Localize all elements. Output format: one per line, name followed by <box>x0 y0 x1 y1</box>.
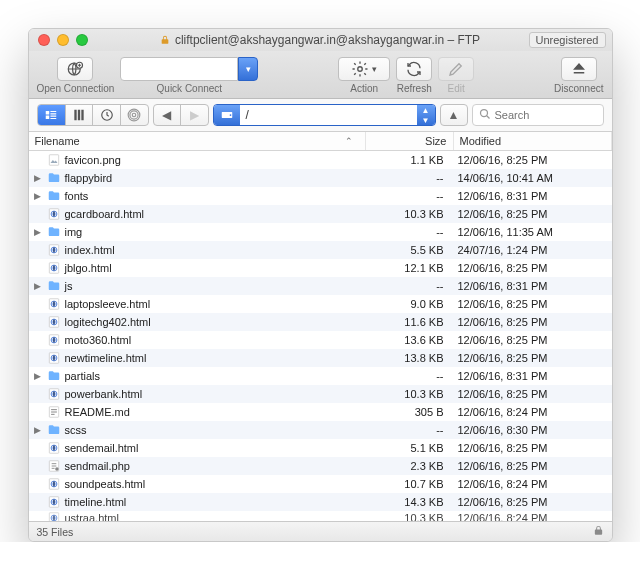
edit-button[interactable] <box>438 57 474 81</box>
file-row[interactable]: laptopsleeve.html9.0 KB12/06/16, 8:25 PM <box>29 295 612 313</box>
bonjour-icon <box>127 108 141 122</box>
path-field[interactable]: / <box>240 105 417 125</box>
file-size: 2.3 KB <box>366 460 454 472</box>
file-modified: 12/06/16, 8:25 PM <box>454 352 612 364</box>
file-row[interactable]: ▶img--12/06/16, 11:35 AM <box>29 223 612 241</box>
file-row[interactable]: ▶scss--12/06/16, 8:30 PM <box>29 421 612 439</box>
column-header-modified[interactable]: Modified <box>454 132 612 150</box>
file-row[interactable]: timeline.html14.3 KB12/06/16, 8:25 PM <box>29 493 612 511</box>
disconnect-label: Disconnect <box>554 83 603 94</box>
disclosure-triangle-icon[interactable]: ▶ <box>33 371 43 381</box>
file-row[interactable]: ▶fonts--12/06/16, 8:31 PM <box>29 187 612 205</box>
path-dropdown[interactable]: ▲▼ <box>417 105 435 125</box>
file-name: sendemail.html <box>65 442 139 454</box>
svg-rect-4 <box>78 110 80 121</box>
app-window: cliftpclient@akshaygangwar.in@akshaygang… <box>28 28 613 542</box>
disclosure-triangle-icon[interactable]: ▶ <box>33 281 43 291</box>
file-size: -- <box>366 280 454 292</box>
file-size: 5.5 KB <box>366 244 454 256</box>
file-row[interactable]: sendemail.html5.1 KB12/06/16, 8:25 PM <box>29 439 612 457</box>
close-window-button[interactable] <box>38 34 50 46</box>
back-button[interactable]: ◀ <box>154 105 181 125</box>
file-modified: 12/06/16, 8:25 PM <box>454 262 612 274</box>
file-row[interactable]: sendmail.php2.3 KB12/06/16, 8:25 PM <box>29 457 612 475</box>
file-size: 14.3 KB <box>366 496 454 508</box>
html-file-icon <box>47 243 61 257</box>
file-row[interactable]: README.md305 B12/06/16, 8:24 PM <box>29 403 612 421</box>
file-modified: 12/06/16, 8:25 PM <box>454 316 612 328</box>
view-bookmark-button[interactable] <box>38 105 65 125</box>
file-row[interactable]: gcardboard.html10.3 KB12/06/16, 8:25 PM <box>29 205 612 223</box>
file-name: img <box>65 226 83 238</box>
minimize-window-button[interactable] <box>57 34 69 46</box>
disclosure-triangle-icon[interactable]: ▶ <box>33 191 43 201</box>
file-modified: 12/06/16, 8:31 PM <box>454 280 612 292</box>
search-input[interactable] <box>495 109 597 121</box>
disclosure-triangle-icon[interactable]: ▶ <box>33 425 43 435</box>
refresh-button[interactable] <box>396 57 432 81</box>
navigation-bar: ◀ ▶ / ▲▼ ▲ <box>29 99 612 132</box>
svg-point-8 <box>130 111 138 119</box>
disclosure-triangle-icon[interactable]: ▶ <box>33 227 43 237</box>
bookmark-icon <box>44 108 58 122</box>
file-modified: 12/06/16, 8:25 PM <box>454 298 612 310</box>
window-title-text: cliftpclient@akshaygangwar.in@akshaygang… <box>175 33 480 47</box>
column-header-row: Filename ⌃ Size Modified <box>29 132 612 151</box>
edit-label: Edit <box>448 83 465 94</box>
file-size: 10.3 KB <box>366 388 454 400</box>
file-modified: 12/06/16, 8:31 PM <box>454 190 612 202</box>
file-name: ustraa.html <box>65 512 119 522</box>
folder-file-icon <box>47 279 61 293</box>
column-header-filename[interactable]: Filename ⌃ <box>29 132 366 150</box>
file-row[interactable]: ustraa.html10.3 KB12/06/16, 8:24 PM <box>29 511 612 521</box>
quick-connect-dropdown[interactable]: ▾ <box>238 57 258 81</box>
view-bonjour-button[interactable] <box>120 105 148 125</box>
file-list[interactable]: favicon.png1.1 KB12/06/16, 8:25 PM▶flapp… <box>29 151 612 521</box>
disclosure-triangle-icon[interactable]: ▶ <box>33 173 43 183</box>
file-name: timeline.html <box>65 496 127 508</box>
file-row[interactable]: ▶js--12/06/16, 8:31 PM <box>29 277 612 295</box>
file-modified: 12/06/16, 8:25 PM <box>454 442 612 454</box>
search-field-wrap[interactable] <box>472 104 604 126</box>
unregistered-badge[interactable]: Unregistered <box>529 32 606 48</box>
file-row[interactable]: moto360.html13.6 KB12/06/16, 8:25 PM <box>29 331 612 349</box>
file-row[interactable]: ▶partials--12/06/16, 8:31 PM <box>29 367 612 385</box>
file-name: favicon.png <box>65 154 121 166</box>
column-header-filename-label: Filename <box>35 135 80 147</box>
open-connection-button[interactable] <box>57 57 93 81</box>
disconnect-button[interactable] <box>561 57 597 81</box>
path-combo[interactable]: / ▲▼ <box>213 104 436 126</box>
zoom-window-button[interactable] <box>76 34 88 46</box>
quick-connect-field[interactable] <box>120 57 238 81</box>
file-name: laptopsleeve.html <box>65 298 151 310</box>
svg-rect-3 <box>75 110 77 121</box>
forward-button[interactable]: ▶ <box>180 105 207 125</box>
folder-file-icon <box>47 225 61 239</box>
open-connection-group: Open Connection <box>37 57 115 94</box>
view-history-button[interactable] <box>92 105 120 125</box>
html-file-icon <box>47 387 61 401</box>
file-row[interactable]: favicon.png1.1 KB12/06/16, 8:25 PM <box>29 151 612 169</box>
html-file-icon <box>47 495 61 509</box>
file-name: jblgo.html <box>65 262 112 274</box>
file-modified: 24/07/16, 1:24 PM <box>454 244 612 256</box>
go-up-button[interactable]: ▲ <box>440 104 468 126</box>
view-outline-button[interactable] <box>65 105 93 125</box>
file-row[interactable]: powerbank.html10.3 KB12/06/16, 8:25 PM <box>29 385 612 403</box>
file-row[interactable]: newtimeline.html13.8 KB12/06/16, 8:25 PM <box>29 349 612 367</box>
file-row[interactable]: logitechg402.html11.6 KB12/06/16, 8:25 P… <box>29 313 612 331</box>
file-row[interactable]: index.html5.5 KB24/07/16, 1:24 PM <box>29 241 612 259</box>
action-button[interactable]: ▾ <box>338 57 390 81</box>
html-file-icon <box>47 297 61 311</box>
file-row[interactable]: jblgo.html12.1 KB12/06/16, 8:25 PM <box>29 259 612 277</box>
search-icon <box>479 108 491 123</box>
svg-point-12 <box>480 109 487 116</box>
column-header-size[interactable]: Size <box>366 132 454 150</box>
file-name: sendmail.php <box>65 460 130 472</box>
file-modified: 12/06/16, 8:31 PM <box>454 370 612 382</box>
pencil-icon <box>447 60 465 78</box>
toolbar: Open Connection ▾ Quick Connect ▾ Action… <box>29 51 612 99</box>
gear-icon <box>351 60 369 78</box>
file-row[interactable]: soundpeats.html10.7 KB12/06/16, 8:24 PM <box>29 475 612 493</box>
file-row[interactable]: ▶flappybird--14/06/16, 10:41 AM <box>29 169 612 187</box>
